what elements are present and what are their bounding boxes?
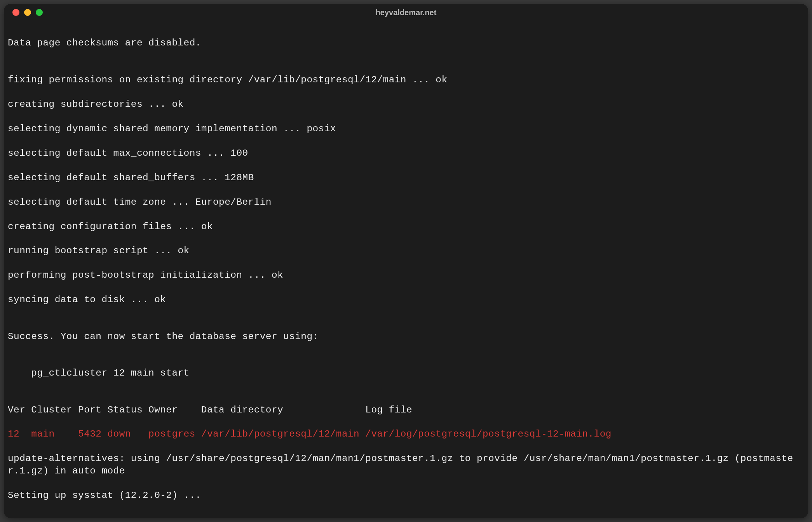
output-line: selecting default shared_buffers ... 128… — [8, 172, 804, 184]
output-line: running bootstrap script ... ok — [8, 245, 804, 257]
output-line: fixing permissions on existing directory… — [8, 74, 804, 86]
output-line: selecting default time zone ... Europe/B… — [8, 196, 804, 208]
maximize-icon[interactable] — [36, 9, 43, 16]
output-line-error: 12 main 5432 down postgres /var/lib/post… — [8, 428, 804, 440]
output-line: Setting up sysstat (12.2.0-2) ... — [8, 489, 804, 501]
output-line: creating subdirectories ... ok — [8, 98, 804, 110]
titlebar: heyvaldemar.net — [4, 4, 808, 21]
window-title: heyvaldemar.net — [4, 8, 808, 17]
output-line: Data page checksums are disabled. — [8, 37, 804, 49]
output-line: pg_ctlcluster 12 main start — [8, 367, 804, 379]
terminal-window: heyvaldemar.net Data page checksums are … — [4, 4, 808, 518]
output-line: selecting default max_connections ... 10… — [8, 147, 804, 159]
output-line: syncing data to disk ... ok — [8, 294, 804, 306]
traffic-lights — [4, 9, 43, 16]
close-icon[interactable] — [12, 9, 19, 16]
terminal-body[interactable]: Data page checksums are disabled. fixing… — [4, 21, 808, 518]
output-line: Success. You can now start the database … — [8, 331, 804, 343]
output-line: update-alternatives: using /usr/share/po… — [8, 452, 804, 477]
output-line: selecting dynamic shared memory implemen… — [8, 123, 804, 135]
minimize-icon[interactable] — [24, 9, 31, 16]
output-line: creating configuration files ... ok — [8, 221, 804, 233]
output-line: performing post-bootstrap initialization… — [8, 269, 804, 281]
output-line: Ver Cluster Port Status Owner Data direc… — [8, 404, 804, 416]
